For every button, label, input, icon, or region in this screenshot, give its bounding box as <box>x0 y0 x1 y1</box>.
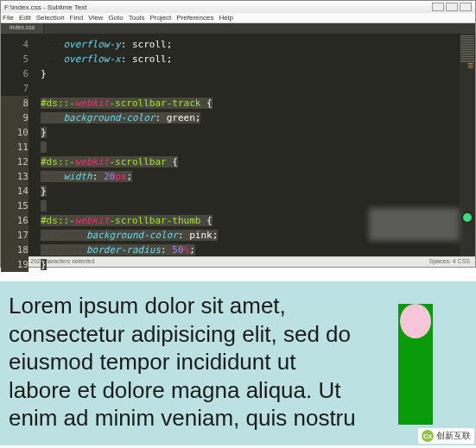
window-title: F:\index.css - Sublime Text <box>4 3 86 11</box>
menu-view[interactable]: View <box>88 14 103 22</box>
line-number: 8 <box>1 96 29 110</box>
editor[interactable]: 4 5 6 7 8 9 10 11 12 13 14 15 16 17 18 1… <box>1 34 475 256</box>
line-number: 17 <box>1 228 29 243</box>
line-number: 16 <box>1 213 29 228</box>
watermark-text: 创新互联 <box>436 430 471 442</box>
line-number: 11 <box>1 140 29 155</box>
close-button[interactable] <box>460 3 472 11</box>
tabbar: index.css <box>1 23 475 34</box>
line-number: 15 <box>1 199 29 213</box>
menu-project[interactable]: Project <box>149 14 171 22</box>
line-number: 18 <box>1 243 29 257</box>
line-number: 7 <box>1 81 29 96</box>
line-number: 4 <box>1 37 29 52</box>
browser-preview: Lorem ipsum dolor sit amet, consectetur … <box>0 281 476 445</box>
line-number: 12 <box>1 155 29 169</box>
tab-index-css[interactable]: index.css <box>1 23 44 34</box>
maximize-button[interactable] <box>446 3 458 11</box>
titlebar: F:\index.css - Sublime Text <box>1 1 475 13</box>
menu-goto[interactable]: Goto <box>108 14 123 22</box>
menu-selection[interactable]: Selection <box>36 14 65 22</box>
preview-content: Lorem ipsum dolor sit amet, consectetur … <box>9 292 467 434</box>
sublime-window: F:\index.css - Sublime Text File Edit Se… <box>0 0 476 268</box>
menu-preferences[interactable]: Preferences <box>176 14 213 22</box>
menu-edit[interactable]: Edit <box>19 14 31 22</box>
status-dot-icon <box>461 211 473 224</box>
gutter: 4 5 6 7 8 9 10 11 12 13 14 15 16 17 18 1… <box>1 34 35 256</box>
menu-file[interactable]: File <box>3 14 14 22</box>
line-number: 9 <box>1 110 29 125</box>
line-number: 14 <box>1 184 29 199</box>
custom-scrollbar-thumb[interactable] <box>400 304 431 338</box>
line-number: 6 <box>1 66 29 81</box>
hamburger-icon: ≡ <box>467 60 473 72</box>
menu-find[interactable]: Find <box>70 14 84 22</box>
watermark-logo-icon: Cx <box>422 430 434 442</box>
line-number: 13 <box>1 169 29 184</box>
watermark: Cx 创新互联 <box>418 428 474 444</box>
minimize-button[interactable] <box>432 3 444 11</box>
menu-help[interactable]: Help <box>219 14 232 22</box>
lorem-text: Lorem ipsum dolor sit amet, consectetur … <box>9 292 359 432</box>
menu-tools[interactable]: Tools <box>129 14 145 22</box>
line-number: 19 <box>1 257 29 272</box>
line-number: 5 <box>1 52 29 66</box>
line-number: 10 <box>1 125 29 140</box>
menubar: File Edit Selection Find View Goto Tools… <box>1 13 475 23</box>
blurred-region <box>369 208 460 241</box>
